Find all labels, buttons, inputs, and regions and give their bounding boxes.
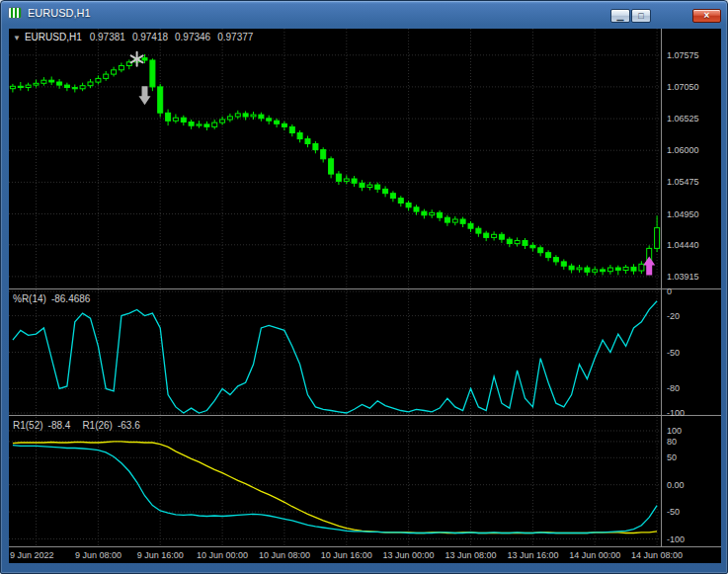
r1-tick-label: -100 <box>667 534 685 544</box>
wpr-tick-label: 0 <box>667 287 672 296</box>
r1-tick-label: 100 <box>667 426 682 436</box>
r1-fast-name: R1(26) <box>82 420 113 431</box>
axis-labels: 1.075751.070501.065251.060001.054751.049… <box>10 50 699 560</box>
collapse-marker-icon: ▼ <box>13 34 21 42</box>
time-tick-label: 10 Jun 08:00 <box>259 550 310 560</box>
wpr-indicator-label: %R(14)-86.4686 <box>13 293 90 304</box>
low-value: 0.97346 <box>175 32 210 42</box>
time-tick-label: 9 Jun 2022 <box>10 550 54 560</box>
panel-separators <box>9 29 721 547</box>
star-marker <box>131 52 143 66</box>
chart-client-area[interactable]: 1.075751.070501.065251.060001.054751.049… <box>9 29 721 563</box>
wpr-value: -86.4686 <box>51 293 90 304</box>
maximize-icon: □ <box>638 11 643 21</box>
r1-26--line <box>13 446 657 533</box>
wpr-line <box>13 301 657 413</box>
wpr-tick-label: -50 <box>667 348 680 358</box>
r1-slow-value: -88.4 <box>48 420 71 431</box>
time-tick-label: 14 Jun 08:00 <box>631 550 683 560</box>
high-value: 0.97418 <box>132 32 168 42</box>
time-tick-label: 9 Jun 16:00 <box>137 550 184 560</box>
arrow-down-marker <box>139 86 151 105</box>
chart-window: EURUSD,H1 ▁ □ × 1.075751.070501.065251.0… <box>0 0 728 574</box>
r1-fast-value: -63.6 <box>118 420 140 431</box>
wpr-tick-label: -20 <box>667 311 680 321</box>
ohlc-header: ▼EURUSD,H10.973810.974180.973460.97377 <box>13 32 260 42</box>
time-tick-label: 9 Jun 08:00 <box>75 550 121 560</box>
price-tick-label: 1.06525 <box>667 114 699 123</box>
time-tick-label: 13 Jun 16:00 <box>507 550 558 560</box>
r1-slow-name: R1(52) <box>13 420 43 431</box>
r1-tick-label: -50 <box>667 507 680 517</box>
time-tick-label: 10 Jun 16:00 <box>321 550 372 560</box>
time-tick-label: 13 Jun 00:00 <box>383 550 435 560</box>
maximize-button[interactable]: □ <box>631 9 651 23</box>
arrow-up-marker <box>643 256 655 275</box>
time-tick-label: 10 Jun 00:00 <box>197 550 248 560</box>
close-button[interactable]: × <box>692 9 721 23</box>
minimize-icon: ▁ <box>617 11 624 21</box>
price-tick-label: 1.05475 <box>667 177 699 187</box>
chart-icon <box>8 7 22 19</box>
wpr-name: %R(14) <box>13 293 46 304</box>
price-tick-label: 1.03915 <box>667 272 699 282</box>
price-tick-label: 1.06000 <box>667 145 699 155</box>
price-tick-label: 1.04950 <box>667 209 699 219</box>
price-tick-label: 1.07575 <box>667 50 699 60</box>
open-value: 0.97381 <box>90 32 125 42</box>
minimize-button[interactable]: ▁ <box>610 9 630 23</box>
wpr-tick-label: -100 <box>667 408 685 418</box>
candles <box>10 54 659 276</box>
symbol-period-label: EURUSD,H1 <box>25 32 82 42</box>
time-tick-label: 13 Jun 08:00 <box>445 550 496 560</box>
window-title: EURUSD,H1 <box>28 7 91 19</box>
wpr-tick-label: -80 <box>667 383 680 393</box>
r1-tick-label: 0.00 <box>667 480 685 490</box>
r1-tick-label: 80 <box>667 437 677 447</box>
price-tick-label: 1.07050 <box>667 82 699 92</box>
close-value: 0.97377 <box>217 32 253 42</box>
r1-52--line <box>13 442 657 533</box>
title-bar[interactable]: EURUSD,H1 ▁ □ × <box>1 1 727 27</box>
grid <box>9 29 662 547</box>
close-icon: × <box>704 10 710 21</box>
time-tick-label: 14 Jun 00:00 <box>569 550 620 560</box>
r1-indicator-label: R1(52)-88.4R1(26)-63.6 <box>13 420 140 431</box>
r1-tick-label: 50 <box>667 452 677 462</box>
chart-canvas[interactable]: 1.075751.070501.065251.060001.054751.049… <box>9 29 721 563</box>
price-tick-label: 1.04440 <box>667 240 699 250</box>
